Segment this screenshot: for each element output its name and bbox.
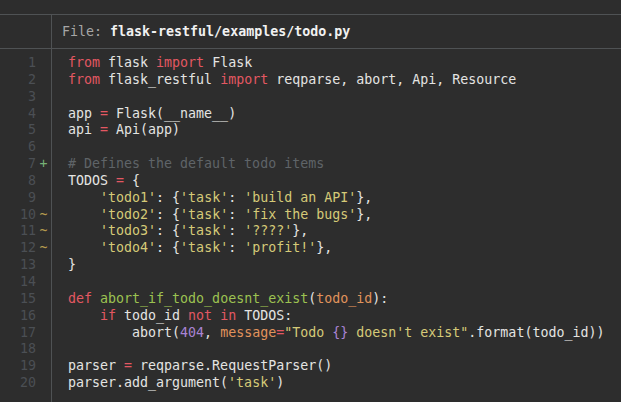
code-line: 15def abort_if_todo_doesnt_exist(todo_id… [0,291,621,308]
code-line: 9 'todo1': {'task': 'build an API'}, [0,190,621,207]
code-line: 1from flask import Flask [0,55,621,72]
code-line: 5api = Api(app) [0,122,621,139]
line-number: 16 [0,308,36,325]
code-text: from flask import Flask [51,55,252,72]
code-text: from flask_restful import reqparse, abor… [51,72,516,89]
code-text: parser.add_argument('task') [51,375,284,392]
line-number: 2 [0,72,36,89]
code-area: 1from flask import Flask2from flask_rest… [0,49,621,402]
file-label: File: [62,24,110,39]
line-number: 14 [0,274,36,291]
code-text: app = Flask(__name__) [51,106,236,123]
code-text: 'todo3': {'task': '????'}, [51,223,308,240]
code-line: 20parser.add_argument('task') [0,375,621,392]
code-text: abort(404, message="Todo {} doesn't exis… [51,325,604,342]
code-line: 17 abort(404, message="Todo {} doesn't e… [0,325,621,342]
code-line: 3 [0,89,621,106]
code-line: 19parser = reqparse.RequestParser() [0,358,621,375]
code-line: 7+# Defines the default todo items [0,156,621,173]
code-text: TODOS = { [51,173,140,190]
code-line: 12~ 'todo4': {'task': 'profit!'}, [0,240,621,257]
diff-modified-marker: ~ [36,240,51,257]
code-text: 'todo4': {'task': 'profit!'}, [51,240,332,257]
line-number: 5 [0,122,36,139]
code-line: 14 [0,274,621,291]
diff-modified-marker: ~ [36,223,51,240]
line-number: 20 [0,375,36,392]
line-number: 12 [0,240,36,257]
code-text: parser = reqparse.RequestParser() [51,358,332,375]
line-number: 11 [0,223,36,240]
line-number: 8 [0,173,36,190]
line-number: 18 [0,341,36,358]
line-number: 19 [0,358,36,375]
code-text: } [51,257,76,274]
line-number: 13 [0,257,36,274]
line-number: 6 [0,139,36,156]
code-line: 4app = Flask(__name__) [0,106,621,123]
code-text: 'todo1': {'task': 'build an API'}, [51,190,372,207]
line-number: 3 [0,89,36,106]
line-number: 7 [0,156,36,173]
code-line: 18 [0,341,621,358]
line-number: 15 [0,291,36,308]
code-line: 10~ 'todo2': {'task': 'fix the bugs'}, [0,207,621,224]
code-line: 13} [0,257,621,274]
code-text: 'todo2': {'task': 'fix the bugs'}, [51,207,372,224]
line-number: 9 [0,190,36,207]
code-line: 6 [0,139,621,156]
code-text: if todo_id not in TODOS: [51,308,292,325]
code-text: api = Api(app) [51,122,180,139]
code-line: 16 if todo_id not in TODOS: [0,308,621,325]
code-text: def abort_if_todo_doesnt_exist(todo_id): [51,291,388,308]
code-viewer: File: flask-restful/examples/todo.py 1fr… [0,0,621,402]
line-number: 10 [0,207,36,224]
line-number: 4 [0,106,36,123]
file-header: File: flask-restful/examples/todo.py [0,15,621,48]
code-line: 2from flask_restful import reqparse, abo… [0,72,621,89]
diff-modified-marker: ~ [36,207,51,224]
line-number: 1 [0,55,36,72]
code-line: 11~ 'todo3': {'task': '????'}, [0,223,621,240]
file-path: flask-restful/examples/todo.py [110,24,350,39]
diff-added-marker: + [36,156,51,173]
line-number: 17 [0,325,36,342]
code-line: 8TODOS = { [0,173,621,190]
code-text: # Defines the default todo items [51,156,324,173]
